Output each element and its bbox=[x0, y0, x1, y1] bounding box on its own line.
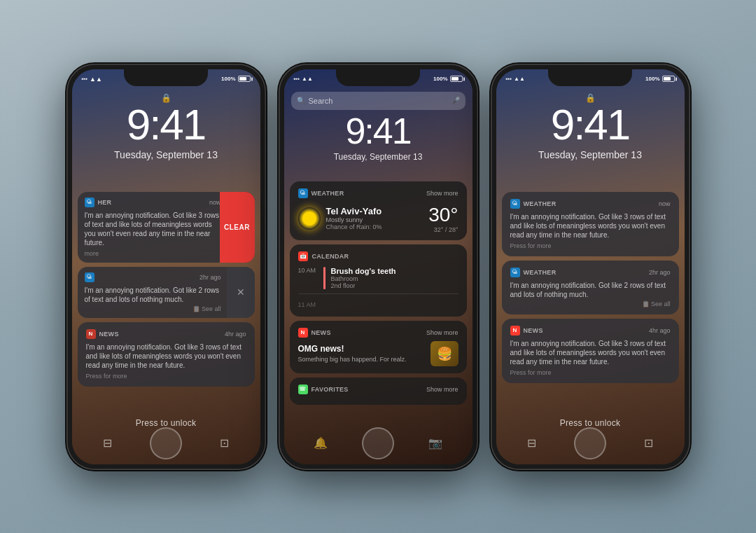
press-unlock-1: Press to unlock bbox=[72, 418, 260, 428]
notif-app-3-news: N NEWS bbox=[510, 326, 543, 335]
weather-app-label: 🌤 WEATHER bbox=[298, 188, 344, 198]
bell-icon-2[interactable]: 🔔 bbox=[314, 436, 328, 450]
notif-header-1-2: 🌤 2hr ago bbox=[85, 272, 221, 282]
battery-icon-3 bbox=[662, 76, 675, 82]
notch-2 bbox=[336, 69, 420, 86]
notif-header-3-2: 🌤 WEATHER 2hr ago bbox=[510, 268, 671, 277]
battery-fill-3 bbox=[664, 77, 671, 81]
battery-fill-1 bbox=[239, 77, 247, 81]
home-button-1[interactable] bbox=[150, 427, 182, 459]
status-left-1: ▪▪▪ ▲▲ bbox=[82, 76, 102, 83]
app-label-3-2: WEATHER bbox=[524, 269, 556, 276]
notif-wrapper-1-1: 🌤 HER now I'm an annoying notification. … bbox=[78, 192, 255, 263]
clear-button-1[interactable]: CLEAR bbox=[220, 192, 255, 263]
dismiss-x-1[interactable]: ✕ bbox=[227, 267, 255, 318]
notif-body-3-news: I'm an annoying notification. Got like 3… bbox=[510, 339, 671, 366]
home-button-2[interactable] bbox=[362, 427, 394, 459]
notif-body-1-1: I'm an annoying notification. Got like 3… bbox=[85, 211, 221, 247]
status-left-2: ▪▪▪ ▲▲ bbox=[294, 76, 313, 82]
notif-time-1-2: 2hr ago bbox=[200, 274, 221, 281]
weather-temp-area: 30° 32° / 28° bbox=[428, 204, 458, 233]
notif-header-news-1: N NEWS 4hr ago bbox=[86, 329, 246, 339]
sun-icon bbox=[298, 207, 321, 230]
flashlight-icon-3[interactable]: ⊟ bbox=[527, 436, 536, 450]
signal-icon: ▪▪▪ bbox=[82, 76, 88, 82]
search-placeholder: Search bbox=[309, 97, 448, 105]
camera-icon-2[interactable]: 📷 bbox=[428, 436, 442, 450]
notif-app-1-2: 🌤 bbox=[85, 272, 94, 282]
status-right-3: 100% bbox=[645, 76, 674, 82]
weather-desc: Mostly sunny bbox=[326, 216, 382, 223]
notif-app-1-1: 🌤 HER bbox=[85, 198, 112, 207]
notif-card-news-1[interactable]: N NEWS 4hr ago I'm an annoying notificat… bbox=[78, 322, 255, 387]
widgets-area-2: 🌤 WEATHER Show more Tel Aviv-Yafo Mostly… bbox=[290, 181, 467, 405]
news-app-icon-3: N bbox=[510, 326, 520, 335]
time-display-1: 9:41 Tuesday, September 13 bbox=[72, 103, 260, 160]
camera-icon-1[interactable]: ⊡ bbox=[220, 436, 229, 450]
notif-time-3-news: 4hr ago bbox=[649, 327, 671, 334]
favorites-icon-w: ☎ bbox=[298, 385, 308, 394]
notif-card-3-news[interactable]: N NEWS 4hr ago I'm an annoying notificat… bbox=[502, 319, 679, 383]
news-show-more[interactable]: Show more bbox=[426, 329, 458, 336]
app-label-news-1: NEWS bbox=[99, 331, 119, 338]
news-title-2: OMG news! bbox=[298, 344, 425, 354]
notif-app-3-1: 🌤 WEATHER bbox=[510, 199, 556, 209]
notif-time-3-1: now bbox=[659, 200, 671, 207]
bottom-bar-3: ⊟ ⊡ bbox=[496, 428, 685, 459]
notifications-area-1: 🌤 HER now I'm an annoying notification. … bbox=[78, 192, 255, 387]
wifi-icon-3: ▲▲ bbox=[514, 76, 525, 82]
time-2: 9:41 bbox=[284, 113, 472, 149]
cal-title: Brush dog's teeth bbox=[331, 267, 458, 275]
calendar-icon-w: 📅 bbox=[298, 251, 308, 261]
time-display-2: 9:41 Tuesday, September 13 bbox=[284, 113, 472, 162]
weather-widget[interactable]: 🌤 WEATHER Show more Tel Aviv-Yafo Mostly… bbox=[290, 181, 467, 240]
cal-location: Bathroom bbox=[331, 275, 458, 282]
app-label-3-1: WEATHER bbox=[524, 200, 556, 207]
notif-wrapper-1-2: 🌤 2hr ago I'm an annoying notification. … bbox=[78, 267, 255, 318]
weather-range: 32° / 28° bbox=[428, 226, 458, 233]
cal-floor: 2nd floor bbox=[331, 282, 458, 289]
calendar-widget[interactable]: 📅 CALENDAR 10 AM Brush dog's teeth Bathr… bbox=[290, 244, 467, 317]
battery-label-2: 100% bbox=[433, 76, 447, 82]
weather-info: Tel Aviv-Yafo Mostly sunny Chance of Rai… bbox=[326, 206, 382, 230]
notif-time-3-2: 2hr ago bbox=[649, 269, 671, 276]
home-button-3[interactable] bbox=[574, 427, 606, 459]
weather-show-more[interactable]: Show more bbox=[426, 190, 458, 197]
weather-app-icon-2: 🌤 bbox=[85, 272, 94, 282]
notifications-area-3: 🌤 WEATHER now I'm an annoying notificati… bbox=[502, 192, 679, 383]
date-1: Tuesday, September 13 bbox=[72, 149, 260, 160]
screen-2: ▪▪▪ ▲▲ 100% 🔍 Search 🎤 9:41 Tuesday, Sep… bbox=[284, 69, 472, 464]
weather-app-icon-3b: 🌤 bbox=[510, 268, 520, 277]
notif-card-3-1[interactable]: 🌤 WEATHER now I'm an annoying notificati… bbox=[502, 192, 679, 256]
battery-fill-2 bbox=[451, 77, 459, 81]
status-left-3: ▪▪▪ ▲▲ bbox=[506, 76, 525, 82]
time-3: 9:41 bbox=[496, 103, 685, 146]
time-1: 9:41 bbox=[72, 103, 260, 146]
news-label-2: NEWS bbox=[312, 329, 331, 336]
favorites-show-more[interactable]: Show more bbox=[426, 386, 458, 393]
calendar-label: CALENDAR bbox=[312, 253, 349, 260]
phone-2: ▪▪▪ ▲▲ 100% 🔍 Search 🎤 9:41 Tuesday, Sep… bbox=[279, 64, 478, 470]
flashlight-icon-1[interactable]: ⊟ bbox=[103, 436, 112, 450]
search-bar[interactable]: 🔍 Search 🎤 bbox=[291, 92, 465, 110]
favorites-widget: ☎ FAVORITES Show more bbox=[290, 378, 467, 405]
notif-body-3-1: I'm an annoying notification. Got like 3… bbox=[510, 212, 671, 240]
notif-card-3-2[interactable]: 🌤 WEATHER 2hr ago I'm an annoying notifi… bbox=[502, 261, 679, 314]
search-icon: 🔍 bbox=[297, 97, 305, 104]
notif-header-3-news: N NEWS 4hr ago bbox=[510, 326, 671, 335]
signal-icon-3: ▪▪▪ bbox=[506, 76, 512, 82]
cal-detail: Brush dog's teeth Bathroom 2nd floor bbox=[331, 267, 458, 289]
cal-time: 10 AM bbox=[298, 267, 318, 274]
camera-icon-3[interactable]: ⊡ bbox=[644, 436, 653, 450]
battery-icon-2 bbox=[450, 76, 463, 82]
notch-1 bbox=[124, 69, 208, 86]
notif-app-news-1: N NEWS bbox=[86, 329, 119, 339]
notif-time-news-1: 4hr ago bbox=[225, 331, 246, 338]
weather-body: Tel Aviv-Yafo Mostly sunny Chance of Rai… bbox=[298, 204, 458, 233]
app-label-1-1: HER bbox=[98, 199, 112, 206]
see-all-1: 📋 See all bbox=[192, 305, 221, 312]
notch-3 bbox=[548, 69, 632, 86]
battery-label-3: 100% bbox=[645, 76, 659, 82]
weather-left: Tel Aviv-Yafo Mostly sunny Chance of Rai… bbox=[298, 206, 382, 230]
news-widget-2[interactable]: N NEWS Show more OMG news! Something big… bbox=[290, 321, 467, 373]
